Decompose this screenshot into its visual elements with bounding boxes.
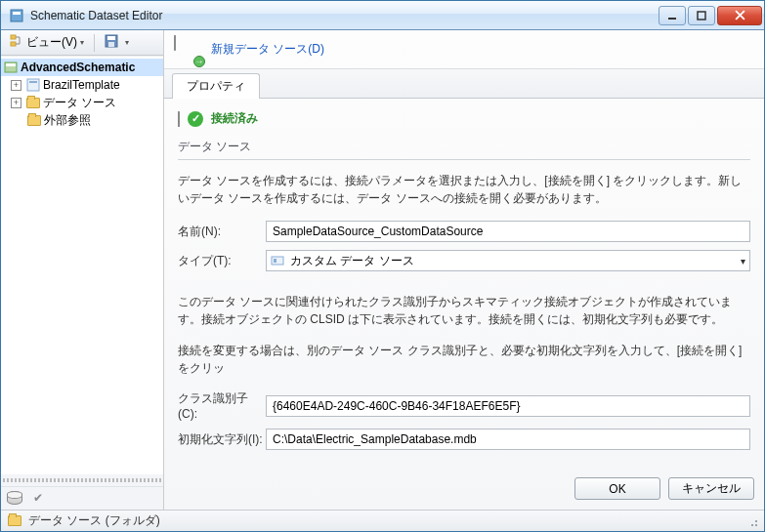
app-icon bbox=[9, 8, 24, 23]
left-toolbar: ビュー(V) ▾ ▾ bbox=[1, 30, 163, 56]
svg-rect-4 bbox=[11, 35, 16, 39]
minimize-button[interactable] bbox=[659, 6, 686, 25]
main-split: ビュー(V) ▾ ▾ bbox=[1, 30, 764, 510]
client-area: ビュー(V) ▾ ▾ bbox=[1, 30, 764, 531]
tree-label: BrazilTemplate bbox=[43, 78, 120, 92]
expand-icon[interactable]: + bbox=[11, 98, 21, 108]
type-label: タイプ(T): bbox=[178, 253, 266, 269]
left-pane: ビュー(V) ▾ ▾ bbox=[1, 30, 164, 510]
clsid-label: クラス識別子(C): bbox=[178, 390, 266, 421]
folder-icon bbox=[25, 95, 41, 110]
svg-rect-12 bbox=[29, 81, 37, 83]
name-label: 名前(N): bbox=[178, 224, 266, 240]
svg-rect-2 bbox=[668, 18, 676, 20]
folder-icon bbox=[26, 112, 42, 128]
row-type: タイプ(T): カスタム データ ソース ▾ bbox=[178, 250, 750, 271]
expand-icon[interactable]: + bbox=[11, 80, 21, 91]
help-text-3: 接続を変更する場合は、別のデータ ソース クラス識別子と、必要な初期化文字列を入… bbox=[178, 342, 750, 377]
check-icon[interactable]: ✔ bbox=[30, 490, 46, 506]
svg-rect-0 bbox=[11, 10, 22, 21]
custom-type-icon bbox=[271, 254, 284, 267]
ok-button[interactable]: OK bbox=[574, 477, 660, 500]
cancel-button[interactable]: キャンセル bbox=[668, 477, 754, 500]
svg-rect-13 bbox=[272, 257, 283, 265]
pane-splitter[interactable] bbox=[3, 478, 161, 482]
clsid-input[interactable] bbox=[266, 395, 750, 417]
tree-item-external[interactable]: 外部参照 bbox=[1, 111, 163, 129]
svg-rect-10 bbox=[6, 63, 16, 66]
chevron-down-icon: ▾ bbox=[125, 38, 129, 47]
row-name: 名前(N): bbox=[178, 221, 750, 242]
toolbar-separator bbox=[94, 34, 95, 52]
row-init: 初期化文字列(I): bbox=[178, 429, 750, 450]
svg-rect-1 bbox=[13, 12, 21, 15]
ok-check-icon: ✓ bbox=[188, 111, 203, 127]
tab-label: プロパティ bbox=[187, 79, 245, 93]
svg-rect-8 bbox=[108, 42, 114, 47]
help-text-1: データ ソースを作成するには、接続パラメータを選択または入力し、[接続を開く] … bbox=[178, 172, 750, 207]
tree-label: AdvancedSchematic bbox=[21, 61, 135, 74]
type-value: カスタム データ ソース bbox=[290, 253, 414, 269]
tree-item-datasources[interactable]: + データ ソース bbox=[1, 94, 163, 111]
datasource-large-icon: → bbox=[174, 36, 201, 63]
svg-rect-14 bbox=[274, 259, 276, 263]
statusbar: データ ソース (フォルダ) bbox=[1, 510, 764, 531]
tab-properties[interactable]: プロパティ bbox=[172, 73, 260, 99]
right-header: → 新規データ ソース(D) bbox=[164, 30, 764, 69]
maximize-button[interactable] bbox=[688, 6, 715, 25]
close-button[interactable] bbox=[717, 6, 762, 25]
init-input[interactable] bbox=[266, 429, 750, 450]
left-bottom-icons: ✔ bbox=[1, 486, 163, 510]
svg-rect-5 bbox=[11, 42, 16, 46]
dataset-tree[interactable]: AdvancedSchematic + BrazilTemplate + bbox=[1, 56, 163, 474]
statusbar-text: データ ソース (フォルダ) bbox=[28, 512, 160, 529]
new-datasource-link[interactable]: 新規データ ソース(D) bbox=[211, 41, 324, 58]
right-pane: → 新規データ ソース(D) プロパティ ✓ 接続済み データ ソース bbox=[164, 30, 764, 510]
save-button[interactable] bbox=[100, 33, 123, 53]
chevron-down-icon: ▾ bbox=[741, 256, 745, 266]
dataset-icon bbox=[3, 60, 19, 75]
dialog-buttons: OK キャンセル bbox=[164, 471, 764, 510]
help-text-2: このデータ ソースに関連付けられたクラス識別子からスキマティック接続オブジェクト… bbox=[178, 293, 750, 328]
svg-rect-3 bbox=[698, 12, 705, 20]
resize-grip-icon[interactable] bbox=[746, 515, 758, 527]
tab-content: ✓ 接続済み データ ソース データ ソースを作成するには、接続パラメータを選択… bbox=[164, 99, 764, 471]
svg-rect-7 bbox=[107, 36, 115, 40]
svg-rect-11 bbox=[27, 79, 39, 91]
status-text: 接続済み bbox=[211, 110, 258, 127]
tree-label: データ ソース bbox=[43, 95, 116, 111]
db-status-icon bbox=[178, 112, 180, 126]
titlebar: Schematic Dataset Editor bbox=[1, 1, 764, 30]
tree-item-root[interactable]: AdvancedSchematic bbox=[1, 59, 163, 76]
db-icon[interactable] bbox=[7, 490, 22, 506]
tree-view-icon bbox=[10, 34, 23, 51]
save-icon bbox=[105, 34, 118, 51]
chevron-down-icon: ▾ bbox=[80, 38, 84, 47]
view-menu-label: ビュー(V) bbox=[26, 34, 77, 51]
name-input[interactable] bbox=[266, 221, 750, 242]
group-header: データ ソース bbox=[178, 139, 750, 160]
app-window: Schematic Dataset Editor bbox=[0, 0, 765, 532]
init-label: 初期化文字列(I): bbox=[178, 431, 266, 448]
status-row: ✓ 接続済み bbox=[178, 110, 750, 127]
window-title: Schematic Dataset Editor bbox=[30, 9, 659, 22]
row-clsid: クラス識別子(C): bbox=[178, 390, 750, 421]
tree-item-template[interactable]: + BrazilTemplate bbox=[1, 76, 163, 94]
template-icon bbox=[25, 77, 41, 93]
view-menu-button[interactable]: ビュー(V) ▾ bbox=[5, 33, 89, 53]
folder-icon bbox=[7, 513, 22, 529]
tree-label: 外部参照 bbox=[44, 112, 91, 129]
type-select[interactable]: カスタム データ ソース ▾ bbox=[266, 250, 750, 271]
tabbar: プロパティ bbox=[164, 69, 764, 99]
window-controls bbox=[659, 6, 762, 25]
